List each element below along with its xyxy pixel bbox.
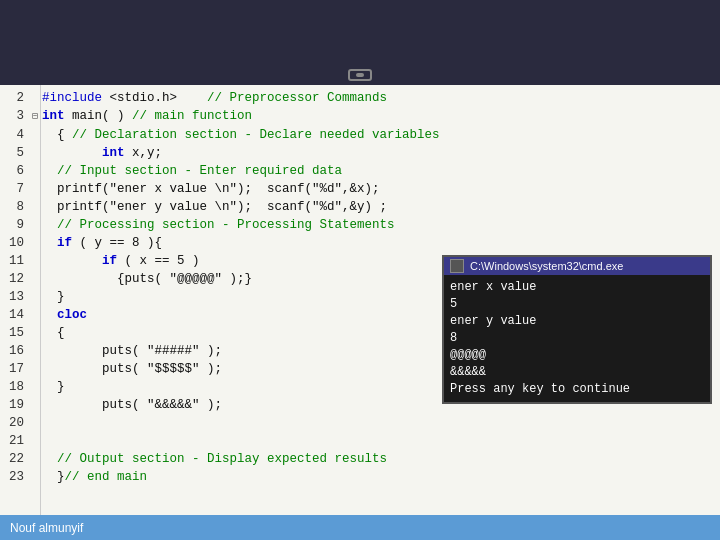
line-number: 17 <box>0 360 32 378</box>
code-text: // Processing section - Processing State… <box>42 216 395 234</box>
terminal-title: C:\Windows\system32\cmd.exe <box>470 260 623 272</box>
code-line: 6 // Input section - Enter required data <box>0 162 720 180</box>
status-bar: Nouf almunyif <box>0 515 720 540</box>
code-text: { <box>42 324 65 342</box>
code-text: {puts( "@@@@@" );} <box>42 270 252 288</box>
code-line: 3⊟int main( ) // main function <box>0 107 720 126</box>
code-text: if ( x == 5 ) <box>42 252 200 270</box>
terminal-body: ener x value5ener y value8@@@@@&&&&&Pres… <box>444 275 710 402</box>
code-text: int main( ) // main function <box>42 107 252 125</box>
code-line: 22 // Output section - Display expected … <box>0 450 720 468</box>
main-content: 2#include <stdio.h> // Preprocessor Comm… <box>0 85 720 515</box>
line-number: 13 <box>0 288 32 306</box>
code-line: 2#include <stdio.h> // Preprocessor Comm… <box>0 89 720 107</box>
line-number: 11 <box>0 252 32 270</box>
line-number: 15 <box>0 324 32 342</box>
code-text: // Input section - Enter required data <box>42 162 342 180</box>
terminal-line: @@@@@ <box>450 347 704 364</box>
terminal-line: 5 <box>450 296 704 313</box>
code-text: puts( "#####" ); <box>42 342 222 360</box>
line-number: 12 <box>0 270 32 288</box>
code-text: cloc <box>42 306 87 324</box>
code-text: } <box>42 288 65 306</box>
status-text: Nouf almunyif <box>10 521 83 535</box>
code-text: printf("ener y value \n"); scanf("%d",&y… <box>42 198 387 216</box>
code-line: 5 int x,y; <box>0 144 720 162</box>
code-text: puts( "&&&&&" ); <box>42 396 222 414</box>
line-number: 6 <box>0 162 32 180</box>
line-number: 18 <box>0 378 32 396</box>
code-line: 20 <box>0 414 720 432</box>
line-number: 3 <box>0 107 32 125</box>
code-text: int x,y; <box>42 144 162 162</box>
terminal-icon <box>450 259 464 273</box>
code-text: #include <stdio.h> // Preprocessor Comma… <box>42 89 387 107</box>
code-line: 9 // Processing section - Processing Sta… <box>0 216 720 234</box>
code-line: 10 if ( y == 8 ){ <box>0 234 720 252</box>
terminal-line: ener x value <box>450 279 704 296</box>
terminal-line: &&&&& <box>450 364 704 381</box>
top-bar <box>0 0 720 85</box>
line-number: 16 <box>0 342 32 360</box>
terminal-window: C:\Windows\system32\cmd.exe ener x value… <box>442 255 712 404</box>
terminal-line: 8 <box>450 330 704 347</box>
code-text: { // Declaration section - Declare neede… <box>42 126 440 144</box>
line-number: 22 <box>0 450 32 468</box>
terminal-line: Press any key to continue <box>450 381 704 398</box>
line-number: 7 <box>0 180 32 198</box>
code-text: } <box>42 378 65 396</box>
line-number: 23 <box>0 468 32 486</box>
line-number: 9 <box>0 216 32 234</box>
scroll-indicator <box>348 69 372 81</box>
line-number: 2 <box>0 89 32 107</box>
code-text: printf("ener x value \n"); scanf("%d",&x… <box>42 180 380 198</box>
line-number: 14 <box>0 306 32 324</box>
code-line: 23 }// end main <box>0 468 720 486</box>
line-number: 21 <box>0 432 32 450</box>
line-number: 5 <box>0 144 32 162</box>
code-line: 21 <box>0 432 720 450</box>
terminal-line: ener y value <box>450 313 704 330</box>
code-text: if ( y == 8 ){ <box>42 234 162 252</box>
code-line: 7 printf("ener x value \n"); scanf("%d",… <box>0 180 720 198</box>
line-number: 8 <box>0 198 32 216</box>
terminal-titlebar: C:\Windows\system32\cmd.exe <box>444 257 710 275</box>
line-number-divider <box>40 85 41 515</box>
code-text: // Output section - Display expected res… <box>42 450 387 468</box>
line-number: 19 <box>0 396 32 414</box>
line-number: 4 <box>0 126 32 144</box>
code-text: puts( "$$$$$" ); <box>42 360 222 378</box>
code-line: 4 { // Declaration section - Declare nee… <box>0 126 720 144</box>
code-text: }// end main <box>42 468 147 486</box>
code-line: 8 printf("ener y value \n"); scanf("%d",… <box>0 198 720 216</box>
line-number: 10 <box>0 234 32 252</box>
line-number: 20 <box>0 414 32 432</box>
